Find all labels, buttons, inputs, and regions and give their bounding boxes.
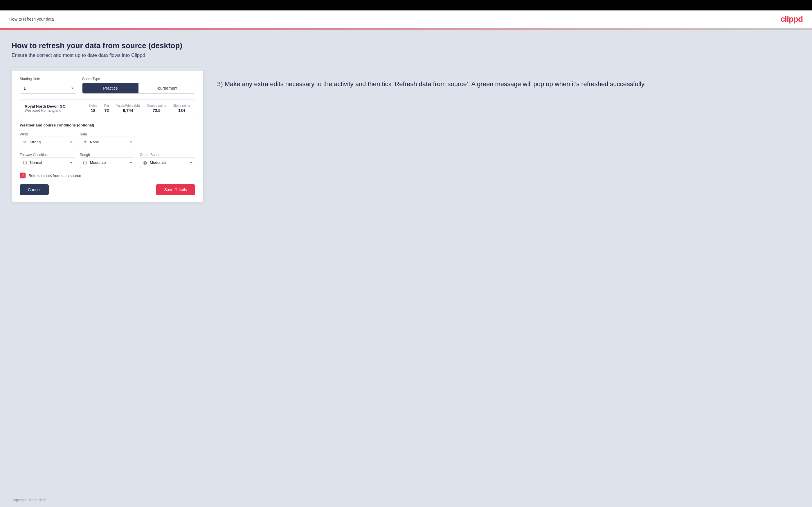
course-stats: Holes 18 Par 72 Yards/White (M)) 6,744 C…: [89, 104, 190, 113]
wind-group: Wind ≋ Strong Light None ▾: [20, 131, 75, 147]
rough-group: Rough ⬡ Moderate Light Heavy ▾: [80, 152, 135, 168]
wind-select[interactable]: Strong Light None: [29, 137, 69, 147]
top-bar: [0, 0, 812, 10]
wind-chevron-icon: ▾: [70, 140, 72, 144]
cancel-button[interactable]: Cancel: [20, 184, 49, 195]
starting-hole-label: Starting Hole: [20, 77, 77, 81]
fairway-chevron-icon: ▾: [70, 161, 72, 165]
wind-dropdown[interactable]: ≋ Strong Light None ▾: [20, 136, 75, 147]
fairway-icon: ⬡: [23, 160, 27, 165]
course-rating-value: 72.5: [153, 108, 160, 113]
form-card: Starting Hole 1 ▾ Game Type Practice Tou…: [12, 68, 203, 202]
fairway-group: Fairway Conditions ⬡ Normal Soft Hard ▾: [20, 152, 75, 168]
checkmark-icon: ✓: [21, 173, 24, 178]
page-subtitle: Ensure the correct and most up to date d…: [12, 53, 800, 58]
breadcrumb: How to refresh your data: [9, 17, 54, 21]
green-speed-select[interactable]: Moderate Slow Fast: [149, 158, 189, 168]
fairway-dropdown[interactable]: ⬡ Normal Soft Hard ▾: [20, 157, 75, 168]
holes-label: Holes: [89, 104, 97, 107]
starting-hole-select[interactable]: 1: [20, 83, 76, 94]
refresh-checkbox[interactable]: ✓: [20, 173, 26, 178]
card-top-strip: [12, 68, 203, 71]
green-speed-dropdown[interactable]: ◎ Moderate Slow Fast ▾: [140, 157, 195, 168]
par-stat: Par 72: [104, 104, 109, 113]
tournament-button[interactable]: Tournament: [139, 83, 195, 94]
copyright: Copyright Clippd 2022: [12, 498, 46, 502]
wind-label: Wind: [20, 132, 28, 136]
refresh-checkbox-row: ✓ Refresh shots from data source: [20, 173, 195, 178]
course-location: Westward Ho!, England: [25, 109, 82, 113]
practice-button[interactable]: Practice: [83, 83, 139, 94]
weather-section-title: Weather and course conditions (optional): [20, 123, 195, 127]
rain-label: Rain: [80, 132, 87, 136]
green-speed-icon: ◎: [143, 160, 147, 165]
slope-rating-value: 134: [178, 108, 185, 113]
slope-rating-stat: Slope rating 134: [173, 104, 190, 113]
logo: clippd: [781, 14, 803, 24]
rough-select[interactable]: Moderate Light Heavy: [89, 158, 129, 168]
holes-stat: Holes 18: [89, 104, 97, 113]
side-text: 3) Make any extra edits necessary to the…: [217, 79, 800, 89]
footer: Copyright Clippd 2022: [0, 493, 812, 507]
starting-hole-group: Starting Hole 1 ▾: [20, 77, 77, 94]
refresh-label: Refresh shots from data source: [29, 173, 81, 178]
holes-value: 18: [91, 108, 96, 113]
button-row: Cancel Save Details: [20, 184, 195, 195]
yards-stat: Yards/White (M)) 6,744: [116, 104, 140, 113]
green-speed-chevron-icon: ▾: [190, 161, 192, 165]
green-speed-label: Green Speed: [140, 153, 160, 157]
green-speed-group: Green Speed ◎ Moderate Slow Fast ▾: [140, 152, 195, 168]
rain-select[interactable]: None Light Heavy: [89, 137, 129, 147]
yards-value: 6,744: [123, 108, 133, 113]
rough-label: Rough: [80, 153, 90, 157]
rain-dropdown[interactable]: ☀ None Light Heavy ▾: [80, 136, 135, 147]
yards-label: Yards/White (M)): [116, 104, 140, 107]
rough-icon: ⬡: [83, 160, 87, 165]
par-label: Par: [104, 104, 109, 107]
game-type-toggle: Practice Tournament: [82, 83, 195, 94]
fairway-select[interactable]: Normal Soft Hard: [29, 158, 69, 168]
rain-icon: ☀: [83, 139, 87, 145]
rain-chevron-icon: ▾: [130, 140, 132, 144]
save-button[interactable]: Save Details: [156, 184, 195, 195]
main-content: How to refresh your data from source (de…: [0, 30, 812, 493]
game-type-label: Game Type: [82, 77, 195, 81]
par-value: 72: [104, 108, 109, 113]
header: How to refresh your data clippd: [0, 10, 812, 29]
rough-dropdown[interactable]: ⬡ Moderate Light Heavy ▾: [80, 157, 135, 168]
slope-rating-label: Slope rating: [173, 104, 190, 107]
course-name: Royal North Devon GC,: [25, 104, 82, 109]
course-rating-label: Course rating: [147, 104, 166, 107]
course-info: Royal North Devon GC, Westward Ho!, Engl…: [25, 104, 82, 113]
wind-icon: ≋: [23, 139, 27, 145]
course-rating-stat: Course rating 72.5: [147, 104, 166, 113]
course-row: Royal North Devon GC, Westward Ho!, Engl…: [20, 100, 195, 117]
rough-chevron-icon: ▾: [130, 161, 132, 165]
game-type-group: Game Type Practice Tournament: [82, 77, 195, 94]
fairway-label: Fairway Conditions: [20, 153, 49, 157]
side-description: 3) Make any extra edits necessary to the…: [217, 68, 800, 89]
rain-group: Rain ☀ None Light Heavy ▾: [80, 131, 135, 147]
page-title: How to refresh your data from source (de…: [12, 41, 800, 50]
